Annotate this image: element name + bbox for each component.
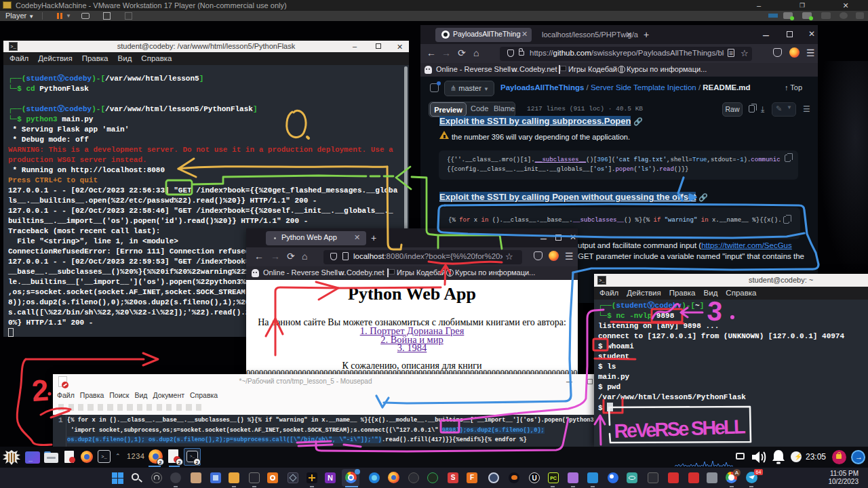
svg-text:2: 2 — [31, 373, 50, 407]
